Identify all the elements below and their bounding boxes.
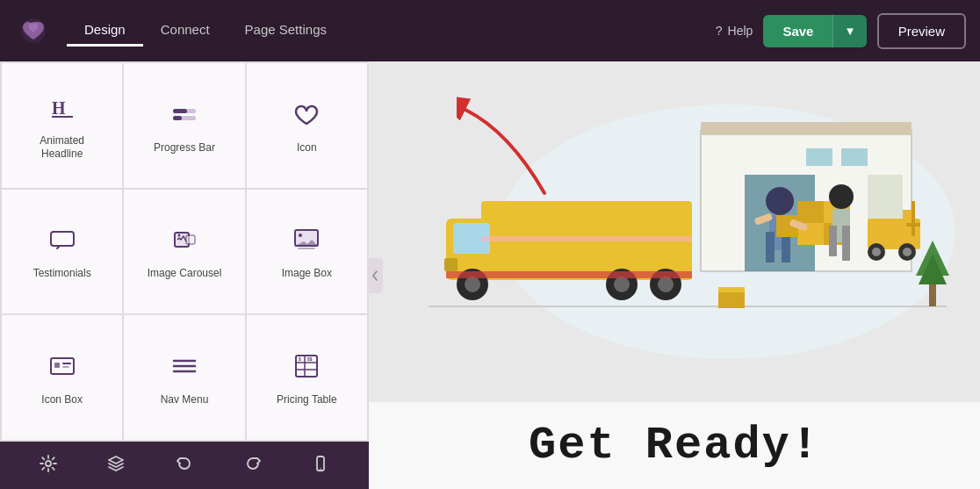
main-area: H AnimatedHeadline Progress Bar [0,61,980,489]
image-carousel-icon [170,226,198,258]
svg-point-28 [320,468,321,470]
nav-tab-connect[interactable]: Connect [143,15,227,47]
icon-widget-icon [292,100,321,133]
svg-rect-6 [51,232,74,246]
widget-label-nav-menu: Nav Menu [161,393,209,407]
svg-point-42 [872,248,881,256]
nav-tabs: Design Connect Page Settings [67,15,716,47]
animated-headline-icon: H [48,93,76,126]
layers-icon[interactable] [100,448,132,484]
sidebar: H AnimatedHeadline Progress Bar [0,61,369,489]
nav-right: ? Help Save ▼ Preview [716,13,966,49]
svg-rect-32 [701,122,912,135]
widget-grid: H AnimatedHeadline Progress Bar [0,61,369,442]
testimonials-icon [48,226,76,258]
svg-rect-12 [298,248,315,249]
help-circle-icon: ? [716,24,723,38]
widget-label-icon: Icon [297,141,317,155]
widget-icon-box[interactable]: Icon Box [2,315,122,440]
pricing-table-icon: $ $$ [292,352,321,385]
widget-label-icon-box: Icon Box [41,393,83,407]
svg-rect-70 [842,226,850,261]
widget-label-image-box: Image Box [282,267,332,281]
save-dropdown-button[interactable]: ▼ [832,15,866,47]
svg-rect-59 [446,271,692,278]
canvas-illustration-area [369,61,980,402]
svg-rect-8 [186,235,195,244]
widget-label-image-carousel: Image Carousel [148,267,222,281]
widget-image-carousel[interactable]: Image Carousel [124,190,244,314]
svg-rect-52 [444,258,458,271]
sidebar-collapse-handle[interactable] [367,258,383,293]
save-button-group: Save ▼ [763,15,866,47]
svg-rect-47 [797,201,824,223]
widget-image-box[interactable]: Image Box [247,190,367,314]
svg-rect-77 [481,236,692,241]
widget-testimonials[interactable]: Testimonials [2,190,122,314]
svg-point-11 [299,234,302,237]
svg-rect-39 [912,201,915,236]
widget-animated-headline[interactable]: H AnimatedHeadline [2,63,122,188]
widget-nav-menu[interactable]: Nav Menu [124,315,244,440]
canvas-content: Get Ready! [369,61,980,489]
svg-text:$$: $$ [307,356,313,362]
mobile-icon[interactable] [305,448,336,484]
top-nav: Design Connect Page Settings ? Help Save… [0,0,980,61]
history-forward-icon[interactable] [237,448,269,484]
sidebar-bottom-toolbar [0,442,369,489]
svg-rect-13 [51,358,74,374]
widget-label-pricing-table: Pricing Table [277,393,336,407]
widget-label-testimonials: Testimonials [33,267,91,281]
canvas-headline: Get Ready! [404,420,945,471]
image-box-icon [292,226,321,258]
nav-tab-design[interactable]: Design [67,15,143,47]
svg-point-54 [465,277,480,292]
svg-rect-62 [766,232,775,262]
nav-menu-icon [170,352,198,385]
widget-label-progress-bar: Progress Bar [154,141,215,155]
chevron-down-icon: ▼ [844,25,855,38]
svg-text:$: $ [299,356,301,362]
svg-rect-69 [829,226,837,256]
progress-bar-icon [170,100,198,133]
svg-point-26 [46,461,51,466]
widget-label-animated-headline: AnimatedHeadline [40,134,84,162]
icon-box-icon [48,352,76,385]
svg-rect-40 [906,223,920,227]
save-button[interactable]: Save [763,15,832,47]
svg-point-44 [903,248,912,256]
history-back-icon[interactable] [169,448,200,484]
preview-button[interactable]: Preview [877,13,966,49]
widget-progress-bar[interactable]: Progress Bar [124,63,244,188]
help-button[interactable]: ? Help [716,24,753,38]
nav-tab-page-settings[interactable]: Page Settings [227,15,344,47]
canvas-area: Get Ready! [369,61,980,489]
svg-rect-14 [54,363,60,368]
svg-point-58 [658,277,674,292]
svg-point-56 [614,277,630,292]
svg-rect-76 [718,287,745,292]
svg-point-9 [177,234,180,237]
svg-text:H: H [52,98,66,118]
widget-icon[interactable]: Icon [247,63,367,188]
logo [14,11,53,50]
svg-rect-5 [173,116,182,120]
svg-rect-35 [841,148,868,166]
canvas-text-area: Get Ready! [369,402,980,489]
svg-point-60 [766,187,794,215]
svg-rect-3 [173,109,187,113]
svg-point-67 [829,184,854,209]
widget-pricing-table[interactable]: $ $$ Pricing Table [247,315,367,440]
svg-rect-34 [806,148,832,166]
settings-icon[interactable] [32,448,64,484]
